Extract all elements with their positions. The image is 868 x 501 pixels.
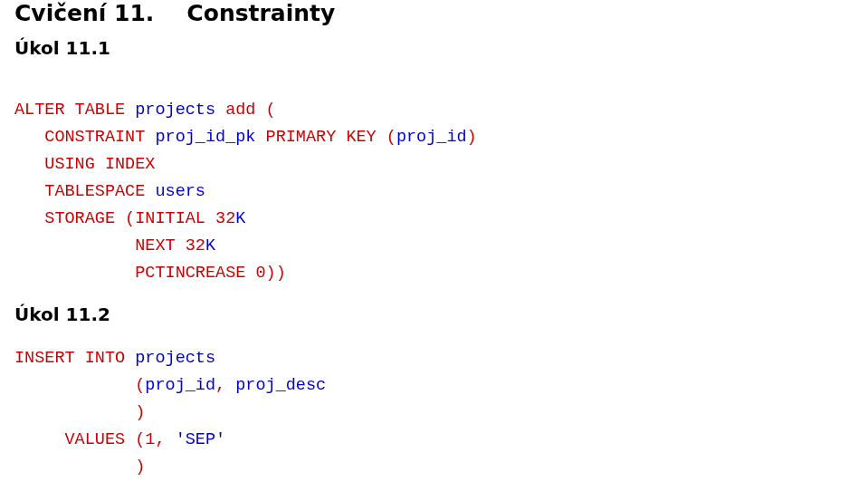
code-token: TABLESPACE bbox=[14, 182, 145, 201]
code-token: add ( bbox=[225, 101, 276, 120]
chapter-name: Constrainty bbox=[186, 0, 335, 26]
code-token: proj_id_pk bbox=[145, 128, 265, 147]
code-token: users bbox=[145, 182, 205, 201]
code-token: USING INDEX bbox=[14, 155, 155, 174]
code-token: proj_desc bbox=[225, 376, 326, 395]
code-token: projects bbox=[125, 349, 215, 368]
chapter-prefix: Cvičení 11. bbox=[14, 0, 154, 26]
title-row: Cvičení 11. Constrainty bbox=[14, 0, 854, 26]
code-token: ) bbox=[467, 128, 477, 147]
code-token: VALUES (1, bbox=[14, 430, 166, 449]
code-token: 'SEP' bbox=[166, 430, 226, 449]
code-token: ) bbox=[14, 458, 145, 477]
code-token: INSERT INTO bbox=[14, 349, 125, 368]
code-token: K bbox=[235, 209, 245, 228]
code-token: proj_id bbox=[145, 376, 215, 395]
code-token: ) bbox=[14, 403, 145, 422]
task-1-label: Úkol 11.1 bbox=[14, 37, 854, 59]
document-page: { "colors": { "keyword": "#cc0000", "ide… bbox=[0, 0, 868, 501]
code-token: proj_id bbox=[396, 128, 467, 147]
code-token: projects bbox=[125, 101, 225, 120]
code-token: NEXT 32 bbox=[14, 236, 205, 255]
task-2-label: Úkol 11.2 bbox=[14, 303, 854, 325]
code-token: PRIMARY KEY ( bbox=[266, 128, 396, 147]
code-block-2: INSERT INTO projects (proj_id, proj_desc… bbox=[14, 345, 854, 481]
code-token: STORAGE (INITIAL 32 bbox=[14, 209, 235, 228]
code-token: ALTER TABLE bbox=[14, 101, 125, 120]
code-token: , bbox=[215, 376, 225, 395]
code-token: ( bbox=[14, 376, 145, 395]
code-token: CONSTRAINT bbox=[14, 128, 145, 147]
code-token: K bbox=[205, 236, 215, 255]
code-token: PCTINCREASE 0)) bbox=[14, 264, 286, 283]
code-block-1: ALTER TABLE projects add ( CONSTRAINT pr… bbox=[14, 97, 854, 287]
